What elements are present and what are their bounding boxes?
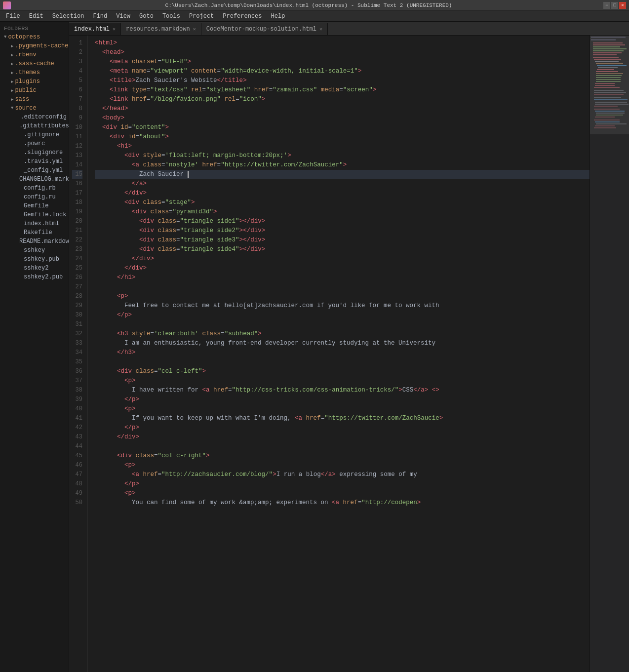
code-line-20: <div class="triangle side1"></div>: [95, 217, 590, 226]
code-content[interactable]: 1234567891011121314151617181920212223242…: [69, 36, 590, 672]
line-num-24: 24: [72, 254, 82, 264]
sidebar-item-sass-cache[interactable]: ▶.sass-cache: [0, 59, 69, 68]
close-button[interactable]: ✕: [619, 2, 626, 9]
menu-item-selection[interactable]: Selection: [48, 12, 88, 21]
sidebar-item-label: .themes: [15, 69, 39, 76]
menu-item-edit[interactable]: Edit: [25, 12, 47, 21]
code-line-40: <p>: [95, 404, 590, 414]
sidebar-item-label: .slugignore: [24, 149, 63, 156]
menu-item-view[interactable]: View: [112, 12, 134, 21]
code-line-46: <p>: [95, 461, 590, 470]
sidebar-item-source[interactable]: ▼source: [0, 104, 69, 113]
sidebar-item-label: public: [15, 87, 36, 94]
line-num-47: 47: [72, 470, 82, 479]
line-num-44: 44: [72, 442, 82, 451]
code-line-41: If you want to keep up with what I'm doi…: [95, 414, 590, 423]
sidebar-tree: ▼octopress▶.pygments-cache▶.rbenv▶.sass-…: [0, 33, 69, 281]
sidebar-item-config-yml[interactable]: _config.yml: [0, 166, 69, 175]
code-line-14: <a class='nostyle' href="https://twitter…: [95, 160, 590, 170]
sidebar-item-sshkey-pub[interactable]: sshkey.pub: [0, 255, 69, 264]
line-num-31: 31: [72, 320, 82, 329]
sidebar-item-readme-md[interactable]: README.markdown: [0, 237, 69, 246]
code-line-30: </p>: [95, 311, 590, 320]
line-numbers: 1234567891011121314151617181920212223242…: [69, 36, 88, 672]
sidebar-item-gemfile-lock[interactable]: Gemfile.lock: [0, 210, 69, 219]
sidebar-item-sshkey2-pub[interactable]: sshkey2.pub: [0, 273, 69, 281]
line-num-18: 18: [72, 198, 82, 207]
sidebar-item-gitignore[interactable]: .gitignore: [0, 130, 69, 139]
code-line-37: <p>: [95, 376, 590, 386]
maximize-button[interactable]: □: [611, 2, 618, 9]
sidebar-item-public[interactable]: ▶public: [0, 86, 69, 95]
code-line-12: <h1>: [95, 142, 590, 151]
line-num-22: 22: [72, 236, 82, 245]
sidebar-item-rakefile[interactable]: Rakefile: [0, 228, 69, 237]
sidebar-item-powrc[interactable]: .powrc: [0, 139, 69, 148]
tab-close-tab-resources[interactable]: ✕: [193, 26, 196, 32]
code-line-18: <div class="stage">: [95, 198, 590, 207]
code-editor[interactable]: <html> <head> <meta charset="UTF-8"> <me…: [88, 36, 590, 672]
menu-item-find[interactable]: Find: [89, 12, 111, 21]
code-line-24: </div>: [95, 254, 590, 264]
sidebar: FOLDERS ▼octopress▶.pygments-cache▶.rben…: [0, 22, 69, 672]
code-line-33: I am an enthusiastic, young front-end de…: [95, 339, 590, 348]
sidebar-item-plugins[interactable]: ▶plugins: [0, 77, 69, 86]
tab-close-tab-index[interactable]: ✕: [113, 26, 116, 32]
line-num-9: 9: [72, 114, 82, 123]
minimap: [590, 36, 629, 672]
sidebar-item-config-rb[interactable]: config.rb: [0, 184, 69, 193]
menu-item-project[interactable]: Project: [185, 12, 218, 21]
menu-item-file[interactable]: File: [2, 12, 24, 21]
menu-item-goto[interactable]: Goto: [135, 12, 157, 21]
sidebar-item-editorconfig[interactable]: .editorconfig: [0, 113, 69, 121]
sidebar-item-label: config.ru: [24, 194, 56, 200]
menu-item-preferences[interactable]: Preferences: [219, 12, 266, 21]
sidebar-item-label: README.markdown: [19, 238, 69, 245]
tab-bar: index.html✕resources.markdown✕CodeMentor…: [69, 22, 629, 36]
sidebar-item-label: sshkey2: [24, 265, 48, 272]
code-line-1: <html>: [95, 39, 590, 48]
menu-item-help[interactable]: Help: [267, 12, 289, 21]
line-num-49: 49: [72, 489, 82, 498]
sidebar-item-changelog-md[interactable]: CHANGELOG.markdown: [0, 175, 69, 184]
menu-bar: FileEditSelectionFindViewGotoToolsProjec…: [0, 11, 629, 22]
tab-index[interactable]: index.html✕: [69, 23, 121, 35]
code-line-45: <div class="col c-right">: [95, 451, 590, 461]
sidebar-item-sass[interactable]: ▶sass: [0, 95, 69, 104]
code-line-38: I have written for <a href="http://css-t…: [95, 386, 590, 395]
code-line-17: </div>: [95, 189, 590, 198]
sidebar-item-index-html[interactable]: index.html: [0, 219, 69, 228]
tab-codementor[interactable]: CodeMentor-mockup-solution.html✕: [201, 23, 328, 35]
sidebar-item-sshkey2[interactable]: sshkey2: [0, 264, 69, 273]
line-num-10: 10: [72, 123, 82, 132]
sidebar-item-slugignore[interactable]: .slugignore: [0, 148, 69, 157]
code-line-9: <body>: [95, 114, 590, 123]
line-num-48: 48: [72, 479, 82, 489]
line-num-19: 19: [72, 207, 82, 217]
code-line-23: <div class="triangle side4"></div>: [95, 245, 590, 254]
sidebar-item-octopress[interactable]: ▼octopress: [0, 33, 69, 41]
tab-resources[interactable]: resources.markdown✕: [121, 23, 201, 35]
sidebar-item-gitattributes[interactable]: .gitattributes: [0, 121, 69, 130]
line-num-28: 28: [72, 292, 82, 301]
sidebar-item-config-ru[interactable]: config.ru: [0, 193, 69, 201]
sidebar-item-rbenv[interactable]: ▶.rbenv: [0, 50, 69, 59]
sidebar-item-label: index.html: [24, 220, 59, 227]
sidebar-item-label: .pygments-cache: [15, 42, 68, 49]
tab-close-tab-codementor[interactable]: ✕: [319, 26, 322, 32]
code-line-47: <a href="http://zachsaucier.com/blog/">I…: [95, 470, 590, 479]
line-num-34: 34: [72, 348, 82, 357]
sidebar-item-travis-yml[interactable]: .travis.yml: [0, 157, 69, 166]
line-num-26: 26: [72, 273, 82, 282]
sidebar-item-label: .gitignore: [24, 131, 59, 138]
line-num-11: 11: [72, 132, 82, 142]
sidebar-item-pygments-cache[interactable]: ▶.pygments-cache: [0, 41, 69, 50]
minimize-button[interactable]: −: [603, 2, 610, 9]
menu-item-tools[interactable]: Tools: [158, 12, 184, 21]
window-controls[interactable]: − □ ✕: [603, 2, 626, 9]
line-num-38: 38: [72, 386, 82, 395]
sidebar-item-sshkey[interactable]: sshkey: [0, 246, 69, 255]
code-line-50: You can find some of my work &amp;amp; e…: [95, 498, 590, 508]
sidebar-item-gemfile[interactable]: Gemfile: [0, 201, 69, 210]
sidebar-item-themes[interactable]: ▶.themes: [0, 68, 69, 77]
